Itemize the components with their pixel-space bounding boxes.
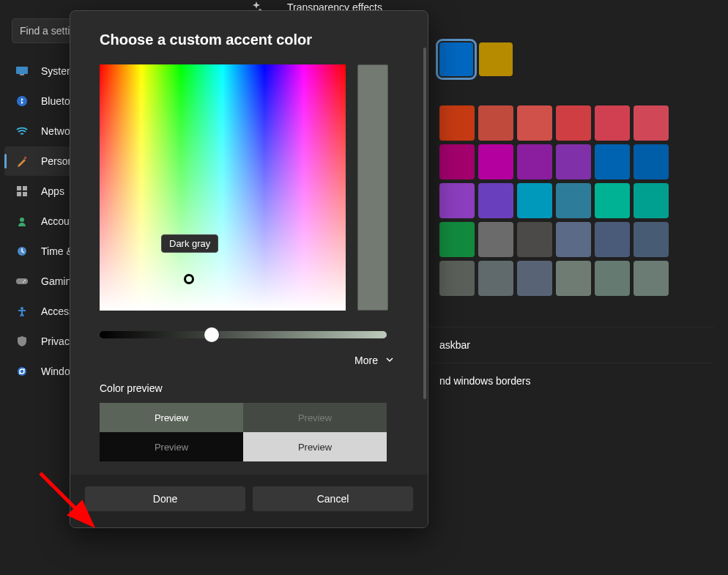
svg-rect-0 — [16, 67, 28, 74]
palette-color-swatch[interactable] — [478, 144, 513, 179]
done-button[interactable]: Done — [85, 486, 245, 511]
svg-rect-5 — [23, 186, 27, 190]
selected-color-swatch — [357, 64, 388, 311]
title-borders-label-fragment: nd windows borders — [439, 375, 531, 387]
cancel-button[interactable]: Cancel — [253, 486, 413, 511]
palette-color-swatch[interactable] — [478, 261, 513, 296]
palette-color-swatch[interactable] — [439, 183, 475, 218]
palette-color-swatch[interactable] — [634, 183, 669, 218]
recent-color-swatch[interactable] — [439, 42, 473, 76]
palette-color-swatch[interactable] — [595, 105, 630, 141]
gaming-icon — [16, 275, 28, 287]
svg-point-2 — [17, 96, 27, 106]
windows-colors-palette — [439, 105, 713, 296]
preview-label: Preview — [298, 442, 332, 453]
svg-point-8 — [20, 218, 24, 222]
recent-color-swatch[interactable] — [479, 42, 513, 76]
more-label: More — [354, 355, 378, 366]
system-icon — [16, 65, 28, 77]
bluetooth-icon — [16, 95, 28, 107]
color-name-tooltip: Dark gray — [161, 234, 218, 253]
palette-color-swatch[interactable] — [634, 105, 669, 141]
svg-rect-10 — [16, 278, 28, 284]
palette-color-swatch[interactable] — [478, 222, 513, 257]
svg-rect-7 — [23, 192, 27, 196]
preview-cell-topright: Preview — [243, 403, 387, 432]
spectrum-cursor[interactable] — [184, 274, 194, 284]
palette-color-swatch[interactable] — [478, 183, 513, 218]
value-slider-thumb[interactable] — [204, 327, 219, 342]
svg-point-12 — [23, 281, 24, 283]
palette-color-swatch[interactable] — [517, 183, 552, 218]
recent-colors-strip — [439, 42, 713, 76]
color-spectrum-picker[interactable]: Dark gray — [100, 64, 346, 311]
palette-color-swatch[interactable] — [595, 183, 630, 218]
svg-point-14 — [18, 367, 26, 376]
svg-rect-3 — [23, 156, 26, 159]
svg-point-11 — [24, 280, 26, 281]
palette-color-swatch[interactable] — [556, 144, 591, 179]
palette-color-swatch[interactable] — [634, 261, 669, 296]
palette-color-swatch[interactable] — [595, 261, 630, 296]
palette-color-swatch[interactable] — [634, 144, 669, 179]
preview-cell-topleft: Preview — [100, 403, 243, 432]
time-icon — [16, 245, 28, 257]
sidebar-item-label: Apps — [41, 185, 64, 197]
preview-label: Preview — [155, 442, 188, 453]
accessibility-icon — [16, 305, 28, 317]
privacy-icon — [16, 335, 28, 347]
palette-color-swatch[interactable] — [634, 222, 669, 257]
palette-color-swatch[interactable] — [556, 183, 591, 218]
preview-cell-bottomright: Preview — [243, 432, 387, 461]
custom-accent-color-dialog: Choose a custom accent color Dark gray M… — [70, 10, 428, 528]
apps-icon — [16, 185, 28, 197]
color-preview-grid: Preview Preview Preview Preview — [100, 403, 387, 461]
network-icon — [16, 125, 28, 137]
palette-color-swatch[interactable] — [517, 261, 552, 296]
palette-color-swatch[interactable] — [595, 222, 630, 257]
palette-color-swatch[interactable] — [556, 105, 591, 141]
palette-color-swatch[interactable] — [517, 144, 552, 179]
svg-rect-1 — [20, 74, 24, 75]
palette-color-swatch[interactable] — [556, 222, 591, 257]
dialog-scrollbar[interactable] — [423, 48, 426, 399]
palette-color-swatch[interactable] — [517, 222, 552, 257]
color-preview-heading: Color preview — [100, 382, 398, 394]
palette-color-swatch[interactable] — [556, 261, 591, 296]
palette-color-swatch[interactable] — [439, 105, 475, 141]
accounts-icon — [16, 215, 28, 227]
update-icon — [16, 366, 28, 377]
palette-color-swatch[interactable] — [595, 144, 630, 179]
svg-rect-4 — [17, 186, 21, 190]
preview-label: Preview — [155, 412, 188, 423]
more-expander[interactable]: More — [100, 355, 398, 366]
palette-color-swatch[interactable] — [439, 222, 475, 257]
dialog-title: Choose a custom accent color — [100, 31, 398, 48]
preview-cell-bottomleft: Preview — [100, 432, 243, 461]
chevron-down-icon — [385, 355, 394, 366]
palette-color-swatch[interactable] — [478, 105, 513, 141]
svg-point-13 — [21, 307, 23, 310]
palette-color-swatch[interactable] — [517, 105, 552, 141]
value-brightness-slider[interactable] — [100, 331, 387, 338]
palette-color-swatch[interactable] — [439, 144, 475, 179]
start-taskbar-label-fragment: askbar — [439, 339, 470, 351]
palette-color-swatch[interactable] — [439, 261, 475, 296]
personalization-icon — [16, 155, 28, 167]
svg-rect-6 — [17, 192, 21, 196]
preview-label: Preview — [298, 412, 332, 423]
